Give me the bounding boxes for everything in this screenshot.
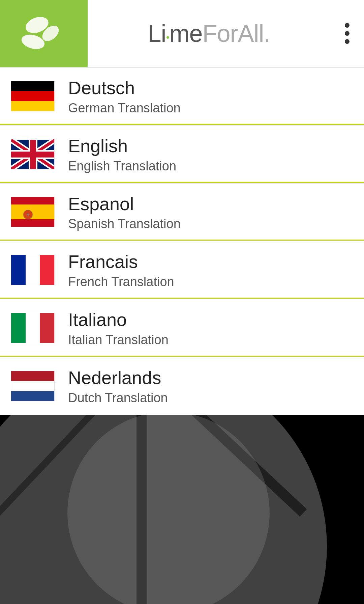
svg-rect-12 (11, 152, 55, 157)
svg-text:⚜: ⚜ (26, 212, 30, 218)
lang-sub-nl: Dutch Translation (68, 391, 168, 405)
language-item-de[interactable]: Deutsch German Translation (0, 67, 364, 126)
app-logo-icon (17, 6, 71, 60)
app-header: Li●meForAll. (0, 0, 364, 67)
lang-sub-en: English Translation (68, 159, 176, 173)
lang-text-de: Deutsch German Translation (68, 77, 181, 115)
three-dots-icon (345, 23, 350, 44)
lang-text-it: Italiano Italian Translation (68, 309, 169, 347)
lang-text-es: Espanol Spanish Translation (68, 193, 181, 231)
language-item-nl[interactable]: Nederlands Dutch Translation (0, 357, 364, 415)
brand-title: Li●meForAll. (88, 20, 330, 47)
logo-box (0, 0, 88, 67)
lang-text-en: English English Translation (68, 135, 176, 173)
flag-it (11, 313, 55, 343)
lang-sub-it: Italian Translation (68, 333, 169, 347)
flag-de (11, 81, 55, 111)
flag-es: ⚜ (11, 197, 55, 227)
language-item-en[interactable]: English English Translation (0, 126, 364, 184)
lang-name-nl: Nederlands (68, 367, 168, 389)
language-item-fr[interactable]: Francais French Translation (0, 241, 364, 299)
lang-text-fr: Francais French Translation (68, 251, 174, 289)
lang-sub-fr: French Translation (68, 275, 174, 289)
lang-name-it: Italiano (68, 309, 169, 331)
flag-gb (11, 139, 55, 169)
language-item-it[interactable]: Italiano Italian Translation (0, 299, 364, 357)
language-list: Deutsch German Translation (0, 67, 364, 415)
lang-sub-es: Spanish Translation (68, 217, 181, 231)
lang-name-de: Deutsch (68, 77, 181, 99)
more-options-button[interactable] (330, 0, 364, 67)
flag-fr (11, 255, 55, 285)
lang-name-es: Espanol (68, 193, 181, 215)
language-item-es[interactable]: ⚜ Espanol Spanish Translation (0, 184, 364, 242)
lang-text-nl: Nederlands Dutch Translation (68, 367, 168, 405)
lang-sub-de: German Translation (68, 101, 181, 115)
lang-name-fr: Francais (68, 251, 174, 273)
flag-nl (11, 371, 55, 401)
lang-name-en: English (68, 135, 176, 157)
